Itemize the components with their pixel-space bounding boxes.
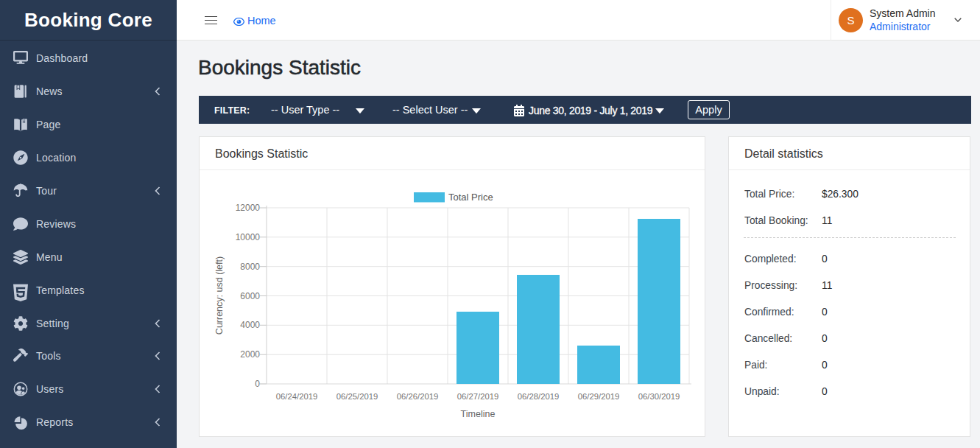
svg-text:0: 0 [255,379,260,389]
svg-text:10000: 10000 [236,232,261,242]
svg-text:06/30/2019: 06/30/2019 [638,392,680,401]
svg-text:06/29/2019: 06/29/2019 [578,392,620,401]
svg-text:6000: 6000 [240,291,260,301]
svg-text:8000: 8000 [240,262,260,272]
svg-text:Total Price: Total Price [448,192,493,203]
svg-text:12000: 12000 [236,203,261,213]
svg-text:06/26/2019: 06/26/2019 [397,392,439,401]
svg-text:06/25/2019: 06/25/2019 [336,392,378,401]
svg-text:Currency: usd (left): Currency: usd (left) [214,256,225,335]
svg-text:06/28/2019: 06/28/2019 [518,392,560,401]
svg-text:06/27/2019: 06/27/2019 [457,392,499,401]
svg-text:4000: 4000 [240,320,260,330]
svg-text:Timeline: Timeline [461,409,496,419]
svg-text:06/24/2019: 06/24/2019 [276,392,318,401]
svg-text:2000: 2000 [240,349,260,360]
